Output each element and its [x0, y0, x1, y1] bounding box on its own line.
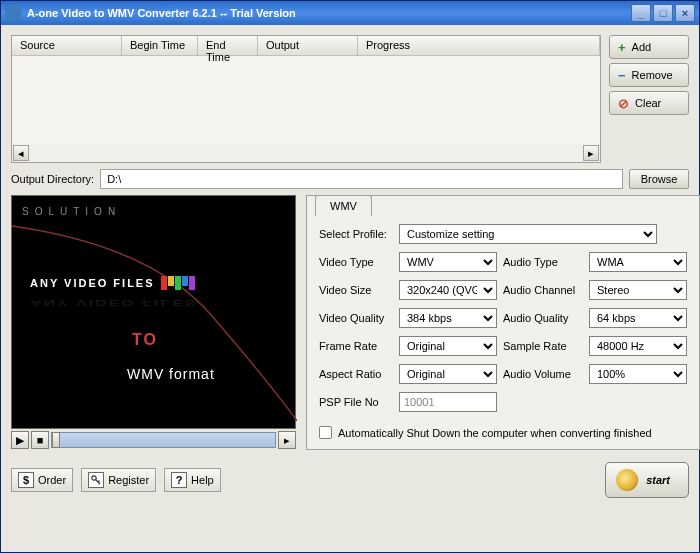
audio-quality-select[interactable]: 64 kbps [589, 308, 687, 328]
psp-file-input[interactable] [399, 392, 497, 412]
plus-icon: + [618, 40, 626, 55]
remove-label: Remove [632, 69, 673, 81]
dollar-icon: $ [18, 472, 34, 488]
output-dir-label: Output Directory: [11, 173, 94, 185]
scroll-right-icon[interactable]: ▸ [583, 145, 599, 161]
clear-button[interactable]: ⊘ Clear [609, 91, 689, 115]
preview-to: TO [132, 331, 158, 349]
preview-format: WMV format [127, 366, 215, 382]
frame-rate-select[interactable]: Original [399, 336, 497, 356]
curve-graphic [12, 196, 297, 430]
aspect-ratio-select[interactable]: Original [399, 364, 497, 384]
order-button[interactable]: $ Order [11, 468, 73, 492]
remove-button[interactable]: − Remove [609, 63, 689, 87]
audio-quality-label: Audio Quality [503, 312, 583, 324]
grid-body[interactable] [12, 56, 600, 144]
output-dir-input[interactable] [100, 169, 623, 189]
register-button[interactable]: Register [81, 468, 156, 492]
video-size-select[interactable]: 320x240 (QVGA) [399, 280, 497, 300]
aspect-ratio-label: Aspect Ratio [319, 368, 393, 380]
register-label: Register [108, 474, 149, 486]
start-label: start [646, 474, 670, 486]
audio-volume-select[interactable]: 100% [589, 364, 687, 384]
video-type-label: Video Type [319, 256, 393, 268]
file-list[interactable]: Source Begin Time End Time Output Progre… [11, 35, 601, 163]
col-progress[interactable]: Progress [358, 36, 600, 55]
audio-channel-select[interactable]: Stereo [589, 280, 687, 300]
help-button[interactable]: ? Help [164, 468, 221, 492]
clear-label: Clear [635, 97, 661, 109]
seek-thumb[interactable] [52, 432, 60, 448]
start-icon [616, 469, 638, 491]
preview-topline: SOLUTION [22, 206, 121, 217]
profile-label: Select Profile: [319, 228, 393, 240]
settings-panel: WMV Select Profile: Customize setting Vi… [306, 195, 700, 450]
preview-reflection: ANY VIDEO FILES [30, 298, 198, 309]
app-icon [5, 5, 21, 21]
psp-file-label: PSP File No [319, 396, 393, 408]
auto-shutdown-checkbox[interactable] [319, 426, 332, 439]
frame-rate-label: Frame Rate [319, 340, 393, 352]
audio-type-select[interactable]: WMA [589, 252, 687, 272]
grid-header: Source Begin Time End Time Output Progre… [12, 36, 600, 56]
key-icon [88, 472, 104, 488]
close-button[interactable]: × [675, 4, 695, 22]
auto-shutdown-label: Automatically Shut Down the computer whe… [338, 427, 652, 439]
seek-end-button[interactable]: ▸ [278, 431, 296, 449]
order-label: Order [38, 474, 66, 486]
stop-button[interactable]: ■ [31, 431, 49, 449]
preview-mainline: ANY VIDEO FILES [30, 276, 195, 290]
clear-icon: ⊘ [618, 96, 629, 111]
audio-type-label: Audio Type [503, 256, 583, 268]
help-label: Help [191, 474, 214, 486]
minus-icon: − [618, 68, 626, 83]
video-type-select[interactable]: WMV [399, 252, 497, 272]
video-quality-select[interactable]: 384 kbps [399, 308, 497, 328]
sample-rate-select[interactable]: 48000 Hz [589, 336, 687, 356]
add-button[interactable]: + Add [609, 35, 689, 59]
help-icon: ? [171, 472, 187, 488]
profile-select[interactable]: Customize setting [399, 224, 657, 244]
title-text: A-one Video to WMV Converter 6.2.1 -- Tr… [27, 7, 631, 19]
horizontal-scrollbar[interactable]: ◂ ▸ [13, 145, 599, 161]
browse-button[interactable]: Browse [629, 169, 689, 189]
titlebar[interactable]: A-one Video to WMV Converter 6.2.1 -- Tr… [1, 1, 699, 25]
video-size-label: Video Size [319, 284, 393, 296]
scroll-track[interactable] [29, 145, 583, 161]
preview-pane: SOLUTION ANY VIDEO FILES ANY VIDEO FILES… [11, 195, 296, 429]
tab-wmv[interactable]: WMV [315, 195, 372, 216]
audio-volume-label: Audio Volume [503, 368, 583, 380]
col-end-time[interactable]: End Time [198, 36, 258, 55]
seek-slider[interactable] [51, 432, 276, 448]
audio-channel-label: Audio Channel [503, 284, 583, 296]
sample-rate-label: Sample Rate [503, 340, 583, 352]
start-button[interactable]: start [605, 462, 689, 498]
col-output[interactable]: Output [258, 36, 358, 55]
col-source[interactable]: Source [12, 36, 122, 55]
maximize-button[interactable]: □ [653, 4, 673, 22]
add-label: Add [632, 41, 652, 53]
app-window: A-one Video to WMV Converter 6.2.1 -- Tr… [0, 0, 700, 553]
play-button[interactable]: ▶ [11, 431, 29, 449]
scroll-left-icon[interactable]: ◂ [13, 145, 29, 161]
col-begin-time[interactable]: Begin Time [122, 36, 198, 55]
video-quality-label: Video Quality [319, 312, 393, 324]
minimize-button[interactable]: _ [631, 4, 651, 22]
logo-icon [161, 276, 195, 290]
